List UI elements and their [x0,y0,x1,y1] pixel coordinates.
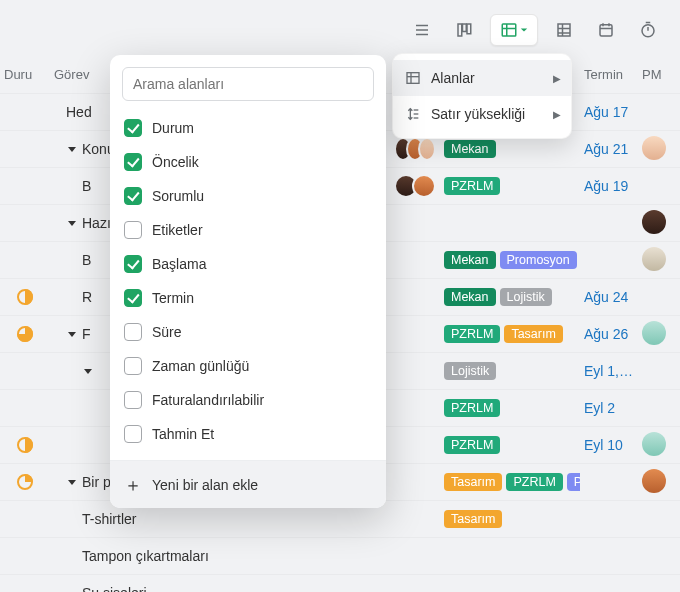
tag-badge[interactable]: Lojistik [500,288,552,306]
tag-badge[interactable]: Tasarım [444,473,502,491]
pm-cell[interactable] [638,136,680,163]
field-toggle-row[interactable]: Termin [118,281,378,315]
col-termin[interactable]: Termin [580,67,638,82]
field-toggle-row[interactable]: Tahmin Et [118,417,378,451]
termin-cell[interactable]: Ağu 26 [580,326,638,342]
termin-cell[interactable]: Ağu 21 [580,141,638,157]
list-view-icon[interactable] [406,14,438,46]
checkbox[interactable] [124,357,142,375]
checkbox[interactable] [124,323,142,341]
assignees-cell[interactable] [390,174,440,198]
tags-cell[interactable]: MekanLojistik [440,288,580,306]
avatar[interactable] [412,174,436,198]
termin-cell[interactable]: Eyl 10 [580,437,638,453]
status-cell[interactable] [0,289,50,305]
expand-caret-icon[interactable] [68,480,76,485]
tag-badge[interactable]: Tasarım [444,510,502,528]
checkbox[interactable] [124,289,142,307]
tag-badge[interactable]: Mekan [444,288,496,306]
tag-badge[interactable]: PZRLM [444,399,500,417]
timer-icon[interactable] [632,14,664,46]
termin-cell[interactable]: Ağu 19 [580,178,638,194]
tag-badge[interactable]: Lojistik [444,362,496,380]
sheet-view-icon[interactable] [548,14,580,46]
status-cell[interactable] [0,474,50,490]
board-view-icon[interactable] [448,14,480,46]
termin-cell[interactable]: Eyl 1, 5:0 [580,363,638,379]
tag-badge[interactable]: Mekan [444,251,496,269]
expand-caret-icon[interactable] [68,221,76,226]
tag-badge[interactable]: Mekan [444,140,496,158]
pm-cell[interactable] [638,432,680,459]
tags-cell[interactable]: PZRLM [440,399,580,417]
field-toggle-row[interactable]: Sorumlu [118,179,378,213]
termin-cell[interactable]: Eyl 2 [580,400,638,416]
menu-row-height[interactable]: Satır yüksekliği ▶ [393,96,571,132]
tags-cell[interactable]: PZRLM [440,436,580,454]
field-toggle-row[interactable]: Süre [118,315,378,349]
status-cell[interactable] [0,437,50,453]
pm-cell[interactable] [638,469,680,496]
tags-cell[interactable]: PZRLMTasarım [440,325,580,343]
termin-cell[interactable]: Ağu 24 [580,289,638,305]
svg-rect-3 [458,24,462,36]
col-status[interactable]: Duru [0,67,50,82]
tag-badge[interactable]: PZRLM [444,325,500,343]
expand-caret-icon[interactable] [68,147,76,152]
checkbox[interactable] [124,425,142,443]
checkbox[interactable] [124,153,142,171]
field-label: Etiketler [152,222,203,238]
task-cell[interactable]: T-shirtler [50,511,390,527]
tags-cell[interactable]: Tasarım [440,510,580,528]
pm-cell[interactable] [638,321,680,348]
field-toggle-row[interactable]: Başlama [118,247,378,281]
tag-badge[interactable]: PZRLM [444,177,500,195]
avatar[interactable] [642,469,666,493]
checkbox[interactable] [124,187,142,205]
checkbox[interactable] [124,221,142,239]
field-toggle-row[interactable]: Zaman günlüğü [118,349,378,383]
checkbox[interactable] [124,391,142,409]
tag-badge[interactable]: Pr [567,473,580,491]
tag-badge[interactable]: Tasarım [504,325,562,343]
table-row[interactable]: Tampon çıkartmaları [0,537,680,574]
termin-cell[interactable]: Ağu 17 [580,104,638,120]
calendar-view-icon[interactable] [590,14,622,46]
task-name: Hed [66,104,92,120]
expand-caret-icon[interactable] [84,369,92,374]
task-cell[interactable]: Su şişeleri [50,585,390,592]
table-view-icon[interactable] [490,14,538,46]
pm-cell[interactable] [638,210,680,237]
task-cell[interactable]: Tampon çıkartmaları [50,548,390,564]
avatar[interactable] [642,210,666,234]
pm-cell[interactable] [638,247,680,274]
expand-caret-icon[interactable] [68,332,76,337]
tags-cell[interactable]: Lojistik [440,362,580,380]
avatar[interactable] [642,321,666,345]
col-pm[interactable]: PM [638,67,680,82]
tags-cell[interactable]: MekanPromosyon [440,251,580,269]
tags-cell[interactable]: TasarımPZRLMPr [440,473,580,491]
field-toggle-row[interactable]: Durum [118,111,378,145]
field-toggle-row[interactable]: Öncelik [118,145,378,179]
checkbox[interactable] [124,119,142,137]
avatar[interactable] [642,247,666,271]
menu-fields[interactable]: Alanlar ▶ [393,60,571,96]
tag-badge[interactable]: PZRLM [444,436,500,454]
fields-search-input[interactable] [122,67,374,101]
tags-cell[interactable]: PZRLM [440,177,580,195]
avatar[interactable] [418,137,436,161]
assignees-cell[interactable] [390,137,440,161]
tags-cell[interactable]: Mekan [440,140,580,158]
avatar[interactable] [642,136,666,160]
checkbox[interactable] [124,255,142,273]
field-toggle-row[interactable]: Faturalandırılabilir [118,383,378,417]
add-field-button[interactable]: ＋ Yeni bir alan ekle [110,460,386,508]
tag-badge[interactable]: Promosyon [500,251,577,269]
field-toggle-row[interactable]: Etiketler [118,213,378,247]
avatar[interactable] [642,432,666,456]
status-cell[interactable] [0,326,50,342]
tag-badge[interactable]: PZRLM [506,473,562,491]
table-row[interactable]: Su şişeleri [0,574,680,592]
task-name: F [82,326,91,342]
